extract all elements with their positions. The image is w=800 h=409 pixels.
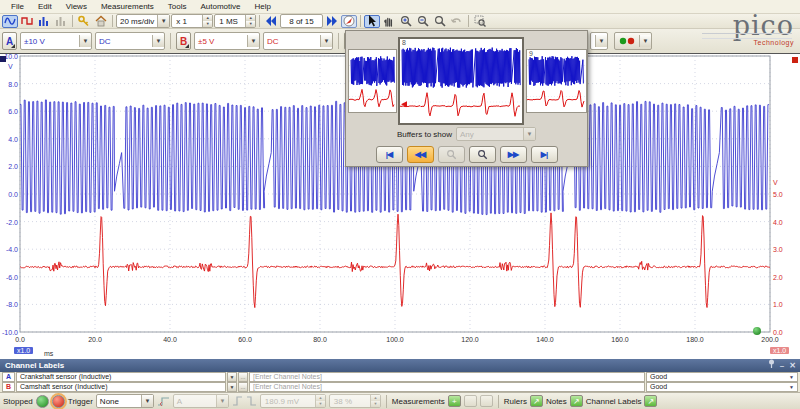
chevron-down-icon: ▼ [216, 395, 228, 407]
channel-notes-input[interactable]: [Enter Channel Notes] [249, 382, 645, 392]
prev-buffer-icon[interactable] [263, 15, 279, 28]
more-options-button[interactable]: … [238, 372, 248, 382]
more-options-button[interactable]: … [238, 382, 248, 392]
menu-item[interactable]: Help [248, 0, 278, 14]
x-tick: 200.0 [761, 336, 779, 343]
buffer-first-button[interactable]: |◀ [376, 146, 403, 163]
menu-bar: FileEditViewsMeasurementsToolsAutomotive… [0, 0, 800, 14]
menu-item[interactable]: Automotive [194, 0, 248, 14]
buffer-next-button[interactable]: ▶▶ [500, 146, 527, 163]
spectrum-view-icon[interactable] [36, 15, 52, 28]
x-tick: 0.0 [15, 336, 25, 343]
chevron-down-icon: ▼ [247, 35, 259, 47]
notes-label: Notes [546, 397, 567, 406]
zoom-factor-spinner[interactable]: x 1▲▼ [171, 14, 213, 28]
channel-d-coupling-select[interactable]: ▼ [590, 32, 608, 50]
measurements-label: Measurements [392, 397, 445, 406]
trigger-level-spinner[interactable]: 180.9 mV▲▼ [260, 394, 326, 408]
x-multiplier-badge-right: x1.0 [770, 347, 789, 354]
scope-view-icon[interactable] [2, 15, 18, 28]
menu-item[interactable]: Edit [31, 0, 59, 14]
chevron-down-icon: ▼ [789, 373, 794, 381]
x-tick: 120.0 [461, 336, 479, 343]
edit-measurement-button [464, 395, 477, 407]
x-tick: 100.0 [386, 336, 404, 343]
buffers-to-show-label: Buffers to show [397, 130, 452, 139]
home-icon[interactable] [93, 15, 109, 28]
x-tick: 40.0 [163, 336, 177, 343]
chevron-down-icon[interactable]: ▼ [227, 382, 237, 392]
channel-b-ground-marker[interactable] [753, 327, 761, 335]
x-tick: 140.0 [536, 336, 554, 343]
channel-b-range-select[interactable]: ±5 V▼ [194, 32, 260, 50]
minimize-icon[interactable]: – [780, 359, 784, 372]
square-wave-view-icon[interactable] [19, 15, 35, 28]
channel-letter: B [2, 382, 15, 392]
channel-labels-button[interactable]: ↗ [644, 395, 657, 407]
buffers-to-show-select[interactable]: Any▼ [456, 127, 536, 141]
setup-key-icon[interactable] [76, 15, 92, 28]
channel-b-coupling-select[interactable]: DC▼ [263, 32, 333, 50]
next-buffer-icon[interactable] [324, 15, 340, 28]
undo-zoom-icon [449, 15, 465, 28]
menu-item[interactable]: Measurements [94, 0, 161, 14]
channel-label-input[interactable]: Crankshaft sensor (Inductive) [16, 372, 226, 382]
rulers-label: Rulers [504, 397, 527, 406]
channel-letter: A [2, 372, 15, 382]
channel-a-range-select[interactable]: ±10 V▼ [20, 32, 92, 50]
x-tick: 60.0 [238, 336, 252, 343]
chevron-down-icon: ▼ [789, 383, 794, 391]
x-multiplier-badge-left: x1.0 [14, 347, 33, 354]
channel-a-button[interactable]: A [2, 32, 17, 50]
chevron-down-icon[interactable]: ▼ [227, 372, 237, 382]
zoom-in-icon[interactable] [398, 15, 414, 28]
pin-icon[interactable] [768, 359, 775, 372]
samples-spinner[interactable]: 1 MS▲▼ [214, 14, 256, 28]
close-icon[interactable]: ✕ [789, 359, 796, 372]
stop-button[interactable] [52, 395, 65, 408]
channel-b-button[interactable]: B [176, 32, 191, 50]
add-measurement-button[interactable]: + [448, 395, 461, 407]
trigger-channel-select[interactable]: A▼ [173, 394, 229, 408]
channel-a-axis-marker[interactable] [0, 56, 6, 62]
menu-item[interactable]: File [4, 0, 31, 14]
notes-button[interactable]: ↗ [570, 395, 583, 407]
channel-label-row: ACrankshaft sensor (Inductive)▼…[Enter C… [0, 372, 800, 382]
buffer-zoom-in-button[interactable] [469, 146, 496, 163]
rulers-button[interactable]: ↗ [530, 395, 543, 407]
menu-item[interactable]: Views [59, 0, 94, 14]
zoom-full-icon[interactable] [432, 15, 448, 28]
menu-item[interactable]: Tools [161, 0, 194, 14]
channel-label-input[interactable]: Camshaft sensor (Inductive) [16, 382, 226, 392]
buffer-zoom-out-button[interactable] [438, 146, 465, 163]
channel-b-axis-marker[interactable] [792, 57, 798, 63]
buffer-thumbnail-9[interactable]: 9 [526, 49, 587, 113]
buffer-overview-icon[interactable] [341, 15, 357, 28]
buffer-thumbnail-8[interactable]: 8 [398, 37, 524, 125]
pan-hand-icon[interactable] [381, 15, 397, 28]
chevron-down-icon: ▼ [639, 35, 651, 47]
channel-status-select[interactable]: Good▼ [646, 372, 798, 382]
zoom-out-icon[interactable] [415, 15, 431, 28]
buffer-prev-button[interactable]: ◀◀ [407, 146, 434, 163]
zoom-window-icon[interactable] [472, 15, 488, 28]
buffer-last-button[interactable]: ▶| [531, 146, 558, 163]
chevron-down-icon: ▼ [523, 128, 535, 140]
channel-status-select[interactable]: Good▼ [646, 382, 798, 392]
signal-generator-leds-icon [615, 37, 635, 45]
spectrum-disabled-icon [53, 15, 69, 28]
capture-state: Stopped [3, 397, 33, 406]
timebase-select[interactable]: 20 ms/div▼ [116, 14, 170, 28]
channel-notes-input[interactable]: [Enter Channel Notes] [249, 372, 645, 382]
start-button[interactable] [36, 395, 49, 408]
chevron-down-icon: ▼ [141, 395, 153, 407]
chevron-down-icon: ▼ [152, 35, 164, 47]
trigger-mode-select[interactable]: None▼ [96, 394, 154, 408]
channel-a-coupling-select[interactable]: DC▼ [95, 32, 165, 50]
rising-edge-icon [232, 396, 243, 406]
pretrigger-spinner[interactable]: 38 %▲▼ [329, 394, 381, 408]
buffer-thumbnail-7[interactable] [348, 49, 397, 113]
falling-edge-icon [246, 396, 257, 406]
select-cursor-icon[interactable] [364, 15, 380, 28]
signal-generator-button[interactable]: ▼ [614, 32, 652, 50]
